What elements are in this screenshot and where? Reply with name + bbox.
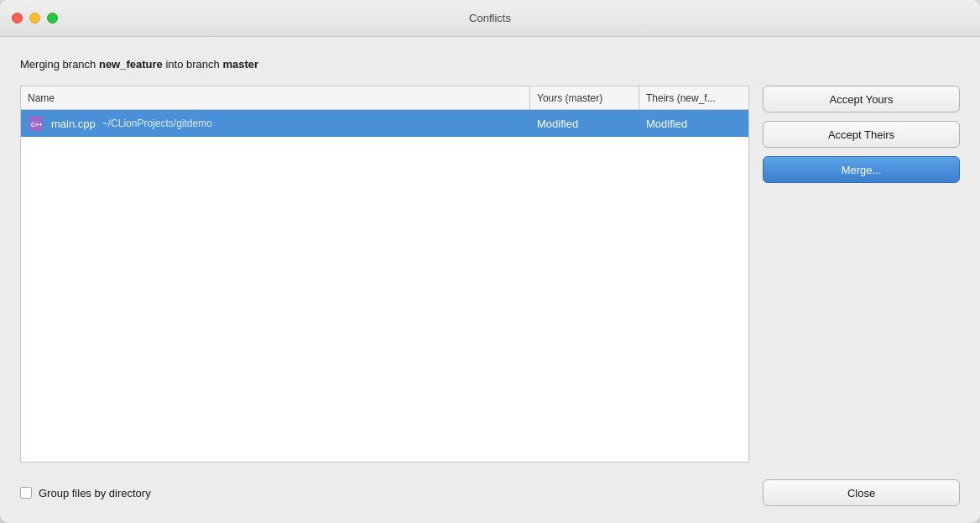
traffic-lights: [12, 13, 58, 24]
accept-yours-button[interactable]: Accept Yours: [763, 86, 960, 112]
bottom-area: Group files by directory Close: [20, 476, 960, 506]
dialog-content: Merging branch new_feature into branch m…: [0, 37, 980, 523]
minimize-window-button[interactable]: [29, 13, 40, 24]
cell-theirs-status: Modified: [639, 110, 748, 137]
title-bar: Conflicts: [0, 0, 980, 37]
col-header-name: Name: [21, 86, 530, 109]
action-buttons-panel: Accept Yours Accept Theirs Merge...: [763, 86, 960, 463]
cpp-file-icon: C++: [28, 115, 44, 132]
filepath: ~/CLionProjects/gitdemo: [102, 118, 212, 129]
main-area: Name Yours (master) Theirs (new_f... C++: [20, 86, 960, 463]
col-header-theirs: Theirs (new_f...: [639, 86, 748, 109]
maximize-window-button[interactable]: [47, 13, 58, 24]
window-title: Conflicts: [469, 12, 511, 24]
svg-text:C++: C++: [31, 122, 42, 128]
merge-description: Merging branch new_feature into branch m…: [20, 57, 960, 72]
group-by-directory-label: Group files by directory: [39, 487, 151, 499]
conflicts-table: Name Yours (master) Theirs (new_f... C++: [20, 86, 749, 463]
conflicts-dialog: Conflicts Merging branch new_feature int…: [0, 0, 980, 523]
group-by-directory-checkbox[interactable]: [20, 487, 32, 499]
cell-filename: C++ main.cpp ~/CLionProjects/gitdemo: [21, 110, 530, 137]
filename: main.cpp: [51, 118, 96, 130]
group-by-directory-group[interactable]: Group files by directory: [20, 487, 151, 499]
merge-button[interactable]: Merge...: [763, 156, 960, 183]
table-body: C++ main.cpp ~/CLionProjects/gitdemo Mod…: [21, 110, 748, 462]
accept-theirs-button[interactable]: Accept Theirs: [763, 121, 960, 148]
close-window-button[interactable]: [12, 13, 23, 24]
description-middle: into branch: [163, 58, 223, 71]
table-row[interactable]: C++ main.cpp ~/CLionProjects/gitdemo Mod…: [21, 110, 748, 137]
description-prefix: Merging branch: [20, 58, 99, 71]
cell-yours-status: Modified: [530, 110, 639, 137]
col-header-yours: Yours (master): [530, 86, 639, 109]
source-branch: new_feature: [99, 58, 163, 71]
table-header: Name Yours (master) Theirs (new_f...: [21, 86, 748, 110]
close-button[interactable]: Close: [763, 479, 960, 506]
target-branch: master: [222, 58, 258, 71]
